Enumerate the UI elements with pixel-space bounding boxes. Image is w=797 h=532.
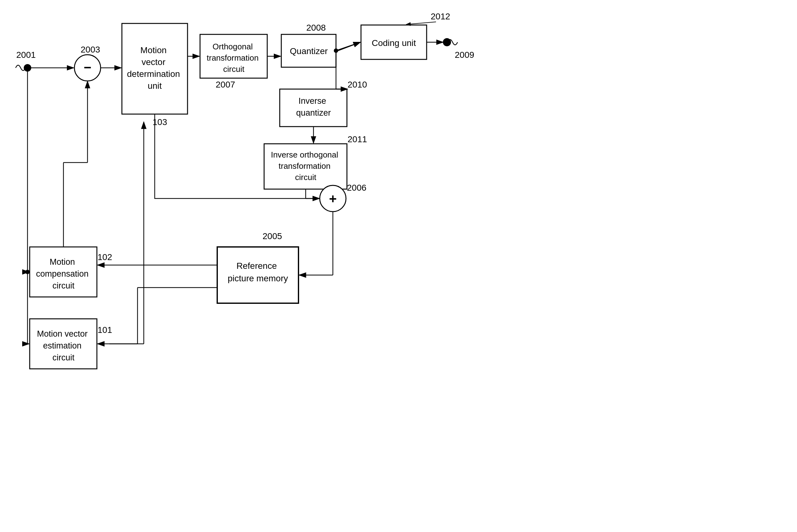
label-2006: 2006 [347, 183, 366, 193]
label-102: 102 [97, 252, 112, 262]
label-2011: 2011 [347, 134, 367, 144]
quant-output-dot [334, 49, 338, 53]
coding-label: Coding unit [372, 38, 416, 48]
inv-quant-box [280, 89, 347, 127]
line-2012-arrow [406, 22, 436, 24]
label-2007: 2007 [216, 80, 235, 89]
label-2001: 2001 [16, 50, 36, 60]
adder-symbol: + [329, 191, 337, 206]
quantizer-label: Quantizer [290, 46, 327, 56]
label-2010: 2010 [347, 80, 367, 89]
label-2008: 2008 [306, 23, 326, 33]
label-101: 101 [97, 325, 112, 335]
mvdu-box [122, 23, 188, 114]
label-103: 103 [153, 117, 167, 127]
label-2003: 2003 [81, 45, 100, 54]
block-diagram-svg: Motion vector determination unit Orthogo… [0, 0, 797, 532]
diagram-container: Motion vector determination unit Orthogo… [0, 0, 797, 532]
label-2009: 2009 [455, 50, 474, 60]
label-2012: 2012 [431, 12, 450, 21]
line-dot-coding [338, 42, 360, 51]
subtractor-symbol: − [84, 60, 92, 75]
label-2005: 2005 [263, 231, 282, 241]
